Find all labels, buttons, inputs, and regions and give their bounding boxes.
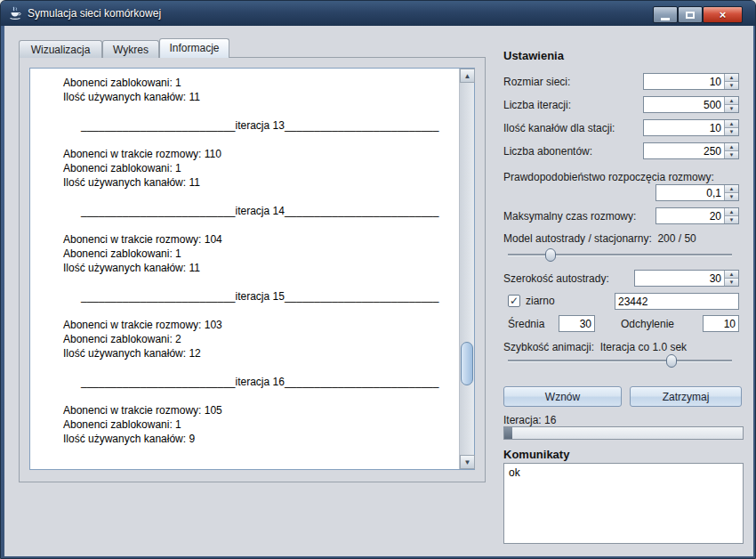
- iterations-spinner[interactable]: ▲▼: [643, 96, 739, 113]
- spinner-down-icon: ▼: [729, 194, 735, 199]
- highway-width-spinner[interactable]: ▲▼: [634, 270, 739, 287]
- spinner-up-icon: ▲: [729, 186, 735, 191]
- max-call-time-label: Maksymalny czas rozmowy:: [503, 209, 636, 224]
- channels-input[interactable]: [644, 120, 724, 135]
- model-slider-track[interactable]: [508, 254, 732, 256]
- tab-wykres[interactable]: Wykres: [102, 40, 159, 58]
- probability-spinner[interactable]: ▲▼: [655, 184, 739, 201]
- spinner-up-icon: ▲: [729, 144, 735, 150]
- iteration-progressbar: [503, 426, 744, 440]
- arrow-up-icon: ▲: [464, 72, 471, 80]
- spinner-up-icon: ▲: [729, 121, 735, 126]
- minimize-button[interactable]: [653, 6, 678, 23]
- spinner-down-button[interactable]: ▼: [725, 82, 738, 89]
- spinner-down-icon: ▼: [729, 106, 735, 111]
- animation-speed-slider[interactable]: [508, 354, 732, 369]
- window-title: Symulacja sieci komórkowej: [28, 7, 161, 20]
- iterations-label: Liczba iteracji:: [503, 98, 571, 113]
- spinner-down-button[interactable]: ▼: [725, 105, 738, 112]
- scrollbar-thumb[interactable]: [461, 342, 473, 385]
- subscribers-label: Liczba abonentów:: [503, 144, 592, 159]
- mean-input[interactable]: [559, 315, 595, 332]
- spinner-down-icon: ▼: [729, 83, 735, 88]
- close-button[interactable]: ×: [703, 6, 743, 23]
- title-bar[interactable]: Symulacja sieci komórkowej ×: [1, 1, 756, 26]
- minimize-icon: [661, 18, 670, 20]
- spinner-down-icon: ▼: [729, 280, 735, 285]
- scrollbar-up-button[interactable]: ▲: [460, 69, 475, 83]
- spinner-down-button[interactable]: ▼: [725, 193, 738, 200]
- model-slider[interactable]: [508, 248, 732, 263]
- spinner-up-icon: ▲: [729, 209, 735, 215]
- network-size-input[interactable]: [644, 74, 724, 89]
- spinner-up-button[interactable]: ▲: [725, 208, 738, 216]
- spinner-up-button[interactable]: ▲: [725, 74, 738, 82]
- spinner-down-button[interactable]: ▼: [725, 279, 738, 286]
- channels-spinner[interactable]: ▲▼: [643, 119, 739, 136]
- seed-checkbox[interactable]: ✓: [508, 295, 520, 307]
- animation-speed-slider-thumb[interactable]: [666, 354, 677, 368]
- maximize-button[interactable]: [678, 6, 703, 23]
- subscribers-spinner[interactable]: ▲▼: [643, 142, 739, 159]
- tab-wizualizacja[interactable]: Wizualizacja: [19, 40, 102, 58]
- progress-fill: [504, 427, 512, 439]
- checkbox-check-icon: ✓: [510, 296, 519, 306]
- spinner-up-icon: ▲: [729, 98, 735, 103]
- spinner-up-button[interactable]: ▲: [725, 185, 738, 193]
- network-size-label: Rozmiar sieci:: [503, 75, 570, 90]
- deviation-input[interactable]: [703, 315, 739, 332]
- log-scrollbar[interactable]: ▲ ▼: [459, 69, 474, 469]
- seed-input[interactable]: [615, 293, 739, 310]
- highway-width-label: Szerokość autostrady:: [503, 271, 609, 287]
- probability-label: Prawdopodobieństwo rozpoczęcia rozmowy:: [503, 170, 714, 185]
- spinner-down-button[interactable]: ▼: [725, 128, 738, 135]
- probability-input[interactable]: [656, 185, 724, 200]
- spinner-down-icon: ▼: [729, 217, 735, 223]
- spinner-down-button[interactable]: ▼: [725, 216, 738, 223]
- stop-button[interactable]: Zatrzymaj: [630, 386, 742, 407]
- scrollbar-down-button[interactable]: ▼: [460, 455, 475, 469]
- spinner-down-button[interactable]: ▼: [725, 151, 738, 158]
- messages-title: Komunikaty: [503, 448, 569, 461]
- log-scrollpane[interactable]: Abonenci zablokowani: 1 Ilość używanych …: [29, 68, 475, 470]
- model-label: Model autostrady / stacjonarny: 200 / 50: [503, 231, 696, 247]
- messages-textarea[interactable]: ok: [503, 463, 744, 544]
- messages-text: ok: [509, 466, 520, 479]
- model-slider-thumb[interactable]: [545, 248, 556, 262]
- arrow-down-icon: ▼: [464, 458, 471, 466]
- spinner-up-button[interactable]: ▲: [725, 143, 738, 151]
- channels-label: Ilość kanałów dla stacji:: [503, 121, 615, 136]
- animation-speed-slider-track[interactable]: [508, 360, 732, 362]
- spinner-up-button[interactable]: ▲: [725, 271, 738, 279]
- spinner-down-icon: ▼: [729, 152, 735, 158]
- iterations-input[interactable]: [644, 97, 724, 112]
- app-window: Symulacja sieci komórkowej × Wizualizacj…: [0, 0, 756, 559]
- mean-label: Średnia: [508, 317, 544, 332]
- spinner-up-icon: ▲: [729, 271, 735, 277]
- network-size-spinner[interactable]: ▲▼: [643, 73, 739, 90]
- resume-button[interactable]: Wznów: [503, 386, 622, 407]
- maximize-icon: [686, 12, 695, 19]
- spinner-up-button[interactable]: ▲: [725, 97, 738, 105]
- spinner-up-icon: ▲: [729, 75, 735, 80]
- spinner-down-icon: ▼: [729, 129, 735, 134]
- highway-width-input[interactable]: [635, 271, 724, 286]
- max-call-time-spinner[interactable]: ▲▼: [655, 207, 739, 224]
- seed-label: ziarno: [526, 294, 555, 309]
- subscribers-input[interactable]: [644, 143, 724, 158]
- close-icon: ×: [720, 7, 727, 22]
- max-call-time-input[interactable]: [656, 208, 724, 223]
- deviation-label: Odchylenie: [621, 317, 674, 332]
- settings-title: Ustawienia: [503, 49, 564, 62]
- java-app-icon: [8, 6, 22, 20]
- spinner-up-button[interactable]: ▲: [725, 120, 738, 128]
- animation-speed-label: Szybkość animacji: Iteracja co 1.0 sek: [503, 340, 687, 355]
- log-text: Abonenci zablokowani: 1 Ilość używanych …: [30, 69, 459, 469]
- tab-informacje[interactable]: Informacje: [159, 38, 229, 58]
